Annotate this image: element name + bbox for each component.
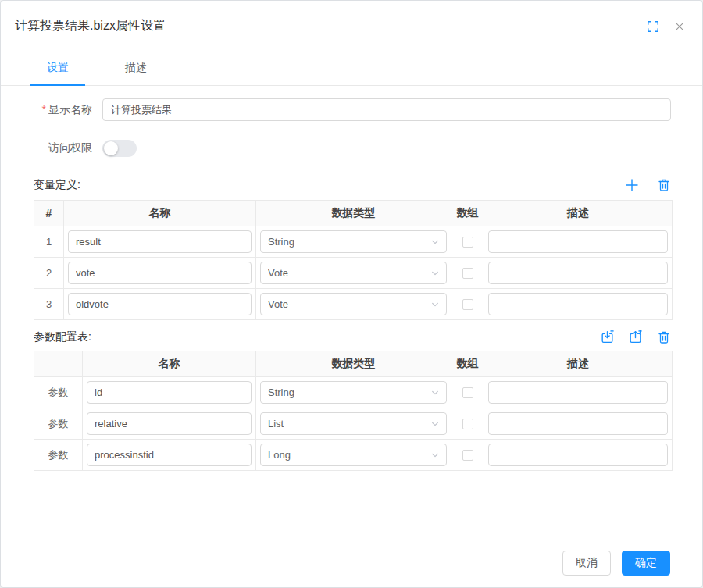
row-index: 3 bbox=[34, 289, 64, 320]
param-name-input[interactable] bbox=[87, 381, 252, 404]
param-desc-input[interactable] bbox=[488, 381, 668, 404]
param-row: 参数 Long bbox=[34, 440, 673, 471]
required-star: * bbox=[42, 103, 46, 116]
col-index: # bbox=[34, 201, 64, 226]
params-section-label: 参数配置表: bbox=[34, 330, 91, 344]
chevron-down-icon bbox=[430, 269, 440, 278]
col-description: 描述 bbox=[484, 201, 673, 226]
chevron-down-icon bbox=[430, 237, 440, 247]
access-permission-row: 访问权限 bbox=[24, 140, 671, 157]
array-checkbox[interactable] bbox=[462, 419, 473, 429]
param-row: 参数 String bbox=[34, 377, 673, 408]
tab-bar: 设置 描述 bbox=[1, 61, 702, 86]
variable-row: 3 Vote bbox=[34, 289, 673, 320]
param-row-label: 参数 bbox=[34, 440, 83, 471]
confirm-button[interactable]: 确定 bbox=[622, 551, 670, 576]
variable-name-input[interactable] bbox=[68, 230, 252, 253]
param-row: 参数 List bbox=[34, 408, 673, 440]
variables-section-label: 变量定义: bbox=[34, 178, 80, 192]
col-array: 数组 bbox=[451, 201, 484, 226]
display-name-row: *显示名称 bbox=[24, 98, 671, 121]
delete-param-icon[interactable] bbox=[656, 330, 671, 344]
param-type-select[interactable]: List bbox=[260, 412, 447, 435]
param-type-select[interactable]: Long bbox=[260, 444, 447, 466]
variable-type-select[interactable]: Vote bbox=[260, 293, 447, 315]
access-permission-label: 访问权限 bbox=[24, 141, 102, 155]
col-array: 数组 bbox=[451, 351, 484, 377]
toggle-knob bbox=[104, 141, 118, 155]
col-name: 名称 bbox=[83, 351, 256, 377]
col-datatype: 数据类型 bbox=[256, 351, 451, 377]
display-name-input[interactable] bbox=[102, 98, 671, 121]
variable-desc-input[interactable] bbox=[488, 293, 668, 315]
export-params-icon[interactable] bbox=[628, 330, 643, 344]
variable-row: 1 String bbox=[34, 226, 673, 258]
variables-table-header: # 名称 数据类型 数组 描述 bbox=[34, 201, 673, 226]
tab-settings[interactable]: 设置 bbox=[30, 61, 85, 85]
row-index: 1 bbox=[34, 226, 64, 258]
chevron-down-icon bbox=[430, 388, 440, 397]
variable-name-input[interactable] bbox=[68, 293, 252, 315]
col-name: 名称 bbox=[64, 201, 256, 226]
chevron-down-icon bbox=[430, 419, 440, 429]
display-name-label: *显示名称 bbox=[24, 103, 102, 117]
chevron-down-icon bbox=[430, 300, 440, 309]
dialog-footer: 取消 确定 bbox=[562, 551, 670, 576]
params-actions bbox=[600, 330, 671, 344]
variable-name-input[interactable] bbox=[68, 262, 252, 284]
variable-row: 2 Vote bbox=[34, 258, 673, 289]
property-settings-dialog: 计算投票结果.bizx属性设置 设置 描述 *显示名称 bbox=[0, 0, 703, 588]
param-row-label: 参数 bbox=[34, 377, 83, 408]
cancel-button[interactable]: 取消 bbox=[562, 551, 611, 576]
array-checkbox[interactable] bbox=[462, 299, 473, 310]
params-table: 名称 数据类型 数组 描述 参数 String bbox=[34, 351, 673, 471]
param-name-input[interactable] bbox=[87, 412, 252, 435]
import-params-icon[interactable] bbox=[600, 330, 615, 344]
variable-type-select[interactable]: String bbox=[260, 230, 447, 253]
fullscreen-icon[interactable] bbox=[646, 20, 660, 34]
tab-description[interactable]: 描述 bbox=[109, 61, 163, 85]
param-type-select[interactable]: String bbox=[260, 381, 447, 404]
variable-desc-input[interactable] bbox=[488, 230, 668, 253]
variables-actions bbox=[624, 177, 671, 192]
param-desc-input[interactable] bbox=[488, 412, 668, 435]
param-desc-input[interactable] bbox=[488, 444, 668, 466]
array-checkbox[interactable] bbox=[462, 450, 473, 461]
chevron-down-icon bbox=[430, 451, 440, 460]
variables-table: # 名称 数据类型 数组 描述 1 String bbox=[34, 200, 673, 320]
variable-desc-input[interactable] bbox=[488, 262, 668, 284]
col-blank bbox=[34, 351, 83, 377]
params-table-header: 名称 数据类型 数组 描述 bbox=[34, 351, 673, 377]
params-section-header: 参数配置表: bbox=[34, 330, 671, 344]
param-row-label: 参数 bbox=[34, 408, 83, 440]
array-checkbox[interactable] bbox=[462, 268, 473, 279]
dialog-title: 计算投票结果.bizx属性设置 bbox=[15, 18, 166, 34]
variables-section-header: 变量定义: bbox=[34, 177, 671, 192]
array-checkbox[interactable] bbox=[462, 237, 473, 248]
close-icon[interactable] bbox=[673, 20, 687, 34]
col-datatype: 数据类型 bbox=[256, 201, 451, 226]
row-index: 2 bbox=[34, 258, 64, 289]
header-actions bbox=[646, 20, 687, 34]
dialog-body: *显示名称 访问权限 变量定义: bbox=[1, 86, 702, 471]
add-variable-icon[interactable] bbox=[624, 177, 639, 192]
col-description: 描述 bbox=[484, 351, 673, 377]
delete-variable-icon[interactable] bbox=[656, 177, 671, 192]
variable-type-select[interactable]: Vote bbox=[260, 262, 447, 284]
array-checkbox[interactable] bbox=[462, 387, 473, 398]
access-permission-toggle[interactable] bbox=[102, 140, 137, 157]
param-name-input[interactable] bbox=[87, 444, 252, 466]
dialog-header: 计算投票结果.bizx属性设置 bbox=[1, 1, 702, 34]
